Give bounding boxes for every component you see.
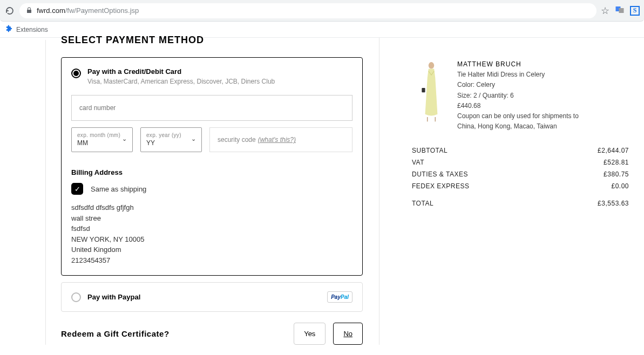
summary-duties: DUTIES & TAXES £380.75 bbox=[412, 170, 629, 178]
star-icon[interactable]: ☆ bbox=[601, 5, 609, 17]
coupon-note: Coupon can be only used for shipments to… bbox=[457, 111, 592, 132]
product-image bbox=[412, 59, 451, 124]
product-color: Color: Celery bbox=[457, 80, 592, 90]
gift-no-button[interactable]: No bbox=[333, 323, 363, 345]
same-as-shipping-checkbox[interactable]: ✓ bbox=[71, 183, 83, 195]
chevron-down-icon: ⌄ bbox=[191, 135, 196, 142]
paypal-radio[interactable] bbox=[71, 292, 81, 302]
puzzle-icon[interactable] bbox=[5, 25, 13, 34]
browser-bar: fwrd.com /fw/PaymentOptions.jsp ☆ S bbox=[0, 0, 644, 22]
product-brand: MATTHEW BRUCH bbox=[457, 59, 592, 70]
paypal-title: Pay with Paypal bbox=[87, 293, 140, 301]
summary-subtotal: SUBTOTAL £2,644.07 bbox=[412, 147, 629, 154]
browser-right-icons: ☆ S bbox=[601, 5, 640, 17]
svg-rect-5 bbox=[422, 88, 425, 92]
summary-total: TOTAL £3,553.63 bbox=[412, 200, 629, 207]
credit-card-radio[interactable] bbox=[71, 69, 81, 78]
url-path: /fw/PaymentOptions.jsp bbox=[65, 6, 139, 15]
paypal-panel[interactable]: Pay with Paypal PayPal bbox=[61, 282, 363, 312]
left-gutter bbox=[0, 40, 46, 345]
credit-card-subtitle: Visa, MasterCard, American Express, Disc… bbox=[87, 78, 352, 85]
gift-yes-button[interactable]: Yes bbox=[294, 323, 326, 345]
exp-month-select[interactable]: exp. month (mm) MM ⌄ bbox=[71, 127, 133, 152]
credit-card-panel: Pay with a Credit/Debit Card Visa, Maste… bbox=[61, 57, 363, 276]
section-title: SELECT PAYMENT METHOD bbox=[61, 35, 363, 47]
order-item: MATTHEW BRUCH Tie Halter Midi Dress in C… bbox=[412, 59, 629, 132]
same-as-shipping-label: Same as shipping bbox=[91, 185, 146, 193]
s-ext-icon[interactable]: S bbox=[630, 6, 640, 16]
product-size-qty: Size: 2 / Quantity: 6 bbox=[457, 91, 592, 101]
product-name: Tie Halter Midi Dress in Celery bbox=[457, 70, 592, 80]
summary-shipping: FEDEX EXPRESS £0.00 bbox=[412, 182, 629, 190]
paypal-logo: PayPal bbox=[327, 291, 352, 303]
url-bar[interactable]: fwrd.com /fw/PaymentOptions.jsp bbox=[19, 3, 596, 18]
lock-icon bbox=[26, 7, 32, 15]
translate-ext-icon[interactable] bbox=[615, 5, 625, 17]
card-number-input[interactable] bbox=[71, 95, 352, 121]
reload-icon[interactable] bbox=[4, 5, 15, 16]
product-price: £440.68 bbox=[457, 101, 592, 111]
credit-card-title: Pay with a Credit/Debit Card bbox=[87, 67, 352, 76]
whats-this-link[interactable]: (what's this?) bbox=[258, 136, 296, 144]
extensions-label[interactable]: Extensions bbox=[16, 26, 48, 33]
gift-title: Redeem a Gift Certificate? bbox=[61, 329, 170, 338]
exp-year-select[interactable]: exp. year (yy) YY ⌄ bbox=[140, 127, 202, 152]
url-domain: fwrd.com bbox=[37, 6, 65, 15]
chevron-down-icon: ⌄ bbox=[122, 135, 127, 142]
billing-title: Billing Address bbox=[71, 168, 352, 176]
svg-rect-1 bbox=[619, 8, 624, 13]
security-code-input[interactable]: security code (what's this?) bbox=[209, 127, 352, 152]
billing-address: sdfsdfd dfsdfs gfjfgh wall stree fsdfsd … bbox=[71, 202, 352, 265]
summary-vat: VAT £528.81 bbox=[412, 159, 629, 166]
svg-point-2 bbox=[429, 62, 434, 69]
